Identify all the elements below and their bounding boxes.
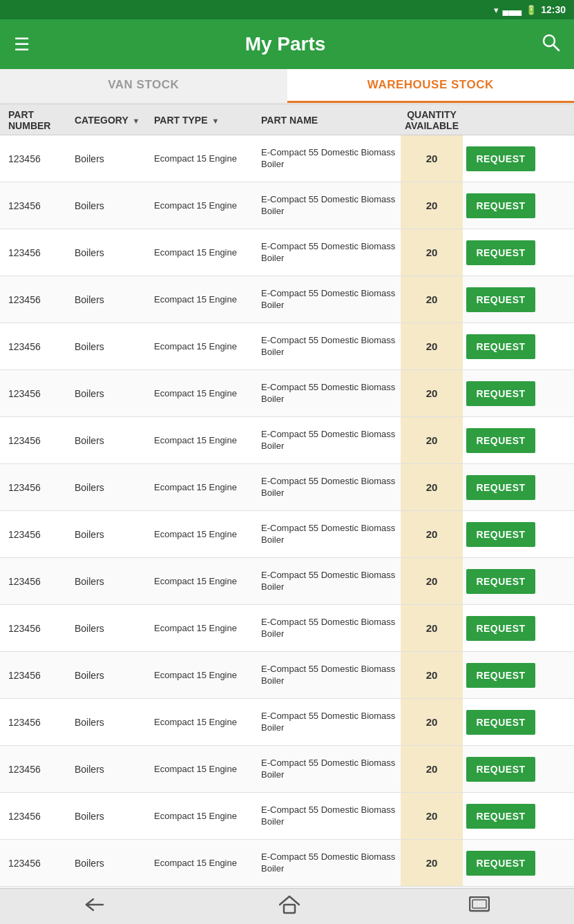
request-button[interactable]: REQUEST	[466, 475, 535, 500]
cell-part-type: Ecompact 15 Engine	[149, 153, 256, 164]
cell-category: Boilers	[69, 294, 149, 305]
search-button[interactable]	[541, 32, 560, 57]
signal-icon: ▄▄▄	[503, 5, 522, 15]
cell-category: Boilers	[69, 200, 149, 211]
request-button[interactable]: REQUEST	[466, 757, 535, 782]
request-button[interactable]: REQUEST	[466, 146, 535, 171]
table-row: 123456 Boilers Ecompact 15 Engine E-Comp…	[0, 370, 574, 417]
page-title: My Parts	[245, 33, 326, 55]
request-button[interactable]: REQUEST	[466, 522, 535, 547]
header-category[interactable]: CATEGORY ▼	[69, 115, 149, 126]
table-row: 123456 Boilers Ecompact 15 Engine E-Comp…	[0, 511, 574, 558]
request-button[interactable]: REQUEST	[466, 851, 535, 876]
bottom-nav-bar	[0, 888, 574, 924]
cell-action: REQUEST	[463, 229, 539, 276]
menu-button[interactable]: ☰	[14, 34, 30, 55]
cell-part-name: E-Compact 55 Domestic Biomass Boiler	[256, 805, 401, 828]
cell-part-name: E-Compact 55 Domestic Biomass Boiler	[256, 147, 401, 171]
request-button[interactable]: REQUEST	[466, 804, 535, 829]
cell-category: Boilers	[69, 576, 149, 587]
request-button[interactable]: REQUEST	[466, 334, 535, 359]
back-button[interactable]	[85, 896, 110, 917]
cell-quantity: 20	[401, 558, 463, 604]
navbar: ☰ My Parts	[0, 19, 574, 69]
request-button[interactable]: REQUEST	[466, 193, 535, 218]
cell-action: REQUEST	[463, 840, 539, 886]
cell-part-number: 123456	[0, 764, 69, 775]
tab-van-stock[interactable]: VAN STOCK	[0, 69, 287, 103]
cell-quantity: 20	[401, 605, 463, 651]
request-button[interactable]: REQUEST	[466, 569, 535, 594]
home-button[interactable]	[279, 895, 300, 918]
cell-action: REQUEST	[463, 558, 539, 604]
tab-bar: VAN STOCK WAREHOUSE STOCK	[0, 69, 574, 105]
request-button[interactable]: REQUEST	[466, 381, 535, 406]
cell-category: Boilers	[69, 153, 149, 164]
cell-quantity: 20	[401, 652, 463, 698]
cell-action: REQUEST	[463, 605, 539, 651]
header-part-name: PART NAME	[256, 115, 401, 126]
cell-part-type: Ecompact 15 Engine	[149, 623, 256, 633]
table-row: 123456 Boilers Ecompact 15 Engine E-Comp…	[0, 135, 574, 182]
cell-part-name: E-Compact 55 Domestic Biomass Boiler	[256, 664, 401, 687]
cell-part-number: 123456	[0, 200, 69, 211]
cell-part-type: Ecompact 15 Engine	[149, 200, 256, 211]
cell-quantity: 20	[401, 511, 463, 557]
cell-category: Boilers	[69, 858, 149, 869]
cell-part-name: E-Compact 55 Domestic Biomass Boiler	[256, 194, 401, 218]
cell-category: Boilers	[69, 529, 149, 540]
header-part-number: PART NUMBER	[0, 109, 69, 131]
header-quantity: QUANTITY AVAILABLE	[401, 109, 463, 131]
cell-part-name: E-Compact 55 Domestic Biomass Boiler	[256, 758, 401, 781]
cell-action: REQUEST	[463, 652, 539, 698]
category-sort-icon: ▼	[132, 117, 140, 125]
cell-action: REQUEST	[463, 135, 539, 182]
table-row: 123456 Boilers Ecompact 15 Engine E-Comp…	[0, 229, 574, 276]
table-body: 123456 Boilers Ecompact 15 Engine E-Comp…	[0, 135, 574, 888]
cell-category: Boilers	[69, 623, 149, 634]
cell-part-number: 123456	[0, 529, 69, 540]
cell-category: Boilers	[69, 247, 149, 258]
status-bar: ▾ ▄▄▄ 🔋 12:30	[0, 0, 574, 19]
table-row: 123456 Boilers Ecompact 15 Engine E-Comp…	[0, 652, 574, 699]
cell-action: REQUEST	[463, 699, 539, 745]
wifi-icon: ▾	[494, 5, 499, 15]
cell-part-type: Ecompact 15 Engine	[149, 858, 256, 868]
cell-category: Boilers	[69, 388, 149, 399]
tab-warehouse-stock[interactable]: WAREHOUSE STOCK	[287, 69, 575, 103]
cell-part-number: 123456	[0, 294, 69, 305]
cell-category: Boilers	[69, 670, 149, 681]
cell-part-number: 123456	[0, 388, 69, 399]
cell-action: REQUEST	[463, 182, 539, 229]
cell-part-number: 123456	[0, 670, 69, 681]
cell-quantity: 20	[401, 276, 463, 323]
cell-part-type: Ecompact 15 Engine	[149, 341, 256, 352]
cell-part-name: E-Compact 55 Domestic Biomass Boiler	[256, 617, 401, 640]
table-row: 123456 Boilers Ecompact 15 Engine E-Comp…	[0, 276, 574, 323]
cell-category: Boilers	[69, 435, 149, 446]
cell-quantity: 20	[401, 746, 463, 792]
cell-action: REQUEST	[463, 746, 539, 792]
recents-button[interactable]	[469, 896, 490, 917]
cell-category: Boilers	[69, 341, 149, 352]
request-button[interactable]: REQUEST	[466, 663, 535, 688]
table-row: 123456 Boilers Ecompact 15 Engine E-Comp…	[0, 746, 574, 793]
cell-part-type: Ecompact 15 Engine	[149, 670, 256, 680]
cell-part-number: 123456	[0, 858, 69, 869]
cell-quantity: 20	[401, 699, 463, 745]
cell-action: REQUEST	[463, 417, 539, 463]
request-button[interactable]: REQUEST	[466, 287, 535, 312]
request-button[interactable]: REQUEST	[466, 616, 535, 641]
request-button[interactable]: REQUEST	[466, 710, 535, 735]
cell-part-type: Ecompact 15 Engine	[149, 576, 256, 586]
cell-part-type: Ecompact 15 Engine	[149, 388, 256, 398]
table-row: 123456 Boilers Ecompact 15 Engine E-Comp…	[0, 323, 574, 370]
request-button[interactable]: REQUEST	[466, 240, 535, 265]
request-button[interactable]: REQUEST	[466, 428, 535, 453]
cell-quantity: 20	[401, 135, 463, 182]
search-icon	[541, 35, 560, 56]
battery-icon: 🔋	[526, 5, 537, 15]
part-type-sort-icon: ▼	[211, 117, 219, 125]
table-row: 123456 Boilers Ecompact 15 Engine E-Comp…	[0, 182, 574, 229]
header-part-type[interactable]: PART TYPE ▼	[149, 115, 256, 126]
